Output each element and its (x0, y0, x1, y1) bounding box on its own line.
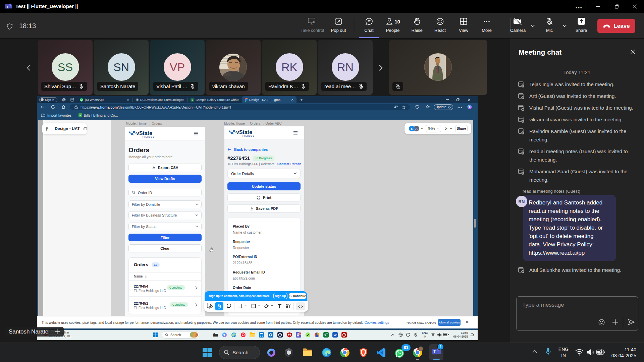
svg-text:FILINGS: FILINGS (243, 135, 255, 137)
svg-text:T: T (433, 349, 436, 354)
svg-text:2: 2 (300, 333, 301, 335)
svg-text:B: B (79, 114, 81, 117)
svg-text:T: T (6, 5, 8, 8)
svg-text:vState: vState (236, 129, 252, 135)
svg-text:vState: vState (136, 130, 152, 136)
svg-text:W: W (334, 334, 337, 337)
svg-text:X: X (324, 334, 326, 337)
svg-text:FILINGS: FILINGS (143, 136, 155, 138)
